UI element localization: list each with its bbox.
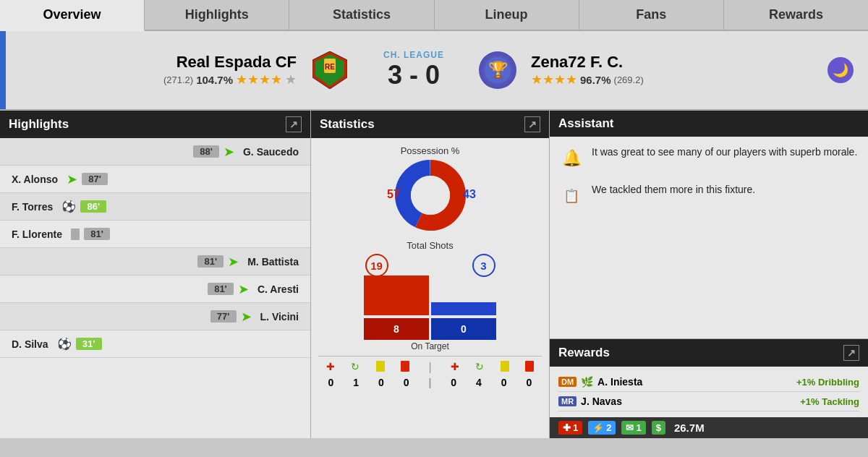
statistics-title: Statistics [320,117,375,132]
highlight-row-8: D. Silva ⚽ 31' [0,330,310,358]
lightning-val: 2 [606,422,611,433]
assistant-msg-1: 🔔 It was great to see many of our player… [558,145,859,171]
shots-bar-away [431,302,496,315]
home-team-name: Real Espada CF [176,53,297,72]
tab-fans[interactable]: Fans [579,0,724,30]
home-yellow-card-icon [376,361,385,372]
on-target-bar-away: 0 [431,318,496,340]
tab-rewards[interactable]: Rewards [724,0,868,30]
dollar-icon: $ [656,422,661,433]
home-team: Real Espada CF (271.2) 104.7% ★★★★ ★ [14,53,297,87]
shots-bar-home [364,276,429,315]
home-val-2: 0 [378,377,384,388]
rewards-body: DM 🌿 A. Iniesta +1% Dribbling MR J. Nava… [550,367,868,417]
money-value: 26.7M [674,422,705,434]
player-vicini: L. Vicini [260,311,299,323]
dollar-badge: $ [652,421,665,435]
home-stars: ★★★★ [236,72,282,87]
nav-tabs: Overview Highlights Statistics Lineup Fa… [0,0,868,31]
away-medical-icon: ✚ [451,361,459,374]
morale-icon: 🔔 [558,145,584,171]
highlight-row-6: 81' ➤ C. Aresti [0,276,310,303]
match-header: Real Espada CF (271.2) 104.7% ★★★★ ★ RE … [0,31,868,111]
possession-label: Possession % [318,145,542,156]
player-battista: M. Battista [247,256,299,268]
possession-donut: 57 43 [373,159,488,231]
highlight-row-2: X. Alonso ➤ 87' [0,166,310,193]
away-sub-icon: ↻ [475,361,484,374]
home-red-card-icon [401,361,409,372]
sub-in-icon: ➤ [224,144,234,160]
assistant-msg-2: 📋 We tackled them more in this fixture. [558,183,859,209]
reward-row-2: MR J. Navas +1% Tackling [558,392,859,411]
shots-home-num: 19 [365,254,388,277]
tactics-icon: 📋 [558,183,584,209]
highlight-row-1: 88' ➤ G. Saucedo [0,138,310,166]
trophy-icon: 🏆 [484,56,511,84]
highlight-row-4: F. Llorente 81' [0,221,310,248]
coin-icon-1: 🌿 [581,376,593,388]
minute-81a: 81' [84,228,110,240]
reward-bonus-1: +1% Dribbling [796,377,859,388]
assistant-header: Assistant [550,111,868,137]
card-icon-llorente [71,228,80,240]
highlights-header: Highlights ↗ [0,111,310,138]
home-star-empty: ★ [285,72,297,87]
player-saucedo: G. Saucedo [243,146,299,158]
moon-button-area[interactable]: 🌙 [827,57,854,83]
stats-icon-row: ✚ ↻ | ✚ ↻ [318,361,542,374]
score-block: CH. LEAGUE 3 - 0 [363,50,464,90]
on-target-away-num: 0 [461,323,467,335]
total-shots-label: Total Shots [318,240,542,251]
possession-section: Possession % 57 43 [318,145,542,234]
highlights-panel: Highlights ↗ 88' ➤ G. Saucedo X. Alonso … [0,111,311,438]
espada-crest-icon: RE [312,51,347,89]
assistant-title: Assistant [558,116,614,131]
tab-statistics[interactable]: Statistics [289,0,434,30]
reward-player-2: MR J. Navas [558,396,622,407]
moon-icon[interactable]: 🌙 [827,57,854,83]
bottom-bar: ✚ 1 ⚡ 2 ✉ 1 $ 26.7M [550,417,868,438]
highlights-expand-icon[interactable]: ↗ [286,116,302,132]
tab-lineup[interactable]: Lineup [435,0,579,30]
away-val-0: 0 [451,377,456,388]
away-team-stats: ★★★★ 96.7% (269.2) [531,72,644,87]
away-rating-num: (269.2) [614,74,644,85]
player-alonso: X. Alonso [12,174,58,185]
competition-label: CH. LEAGUE [363,50,464,60]
msg-icon: ✉ [626,422,634,433]
player-llorente: F. Llorente [12,228,62,240]
cross-icon: ✚ [563,422,571,433]
sub-out-icon: ➤ [67,171,77,187]
statistics-panel: Statistics ↗ Possession % 57 43 [311,111,550,438]
rewards-panel: Rewards ↗ DM 🌿 A. Iniesta +1% Dribbling … [550,338,868,417]
rewards-title: Rewards [558,346,610,360]
away-yellow-card-icon [501,361,509,372]
away-val-3: 0 [527,377,532,388]
stats-icons-area: ✚ ↻ | ✚ ↻ 0 1 0 0 | 0 [318,356,542,388]
home-rating-pct: 104.7% [196,74,233,86]
svg-text:🏆: 🏆 [488,60,509,80]
ball-icon-silva: ⚽ [57,337,72,351]
pos-mr-badge: MR [558,396,576,406]
svg-point-8 [411,176,450,215]
lightning-badge: ⚡ 2 [588,421,616,435]
shots-section: Total Shots 19 3 [318,240,542,351]
tab-overview[interactable]: Overview [0,0,145,31]
tab-highlights[interactable]: Highlights [145,0,289,30]
sub-in-icon-4: ➤ [241,309,252,325]
on-target-label: On Target [318,341,542,351]
val-divider: | [428,377,431,388]
on-target-bar-home: 8 [364,318,429,340]
home-val-0: 0 [328,377,333,388]
shots-away-num: 3 [472,254,495,277]
rewards-expand-icon[interactable]: ↗ [843,345,859,361]
player-aresti: C. Aresti [258,283,299,295]
msg-badge: ✉ 1 [621,421,645,435]
svg-text:43: 43 [463,188,476,200]
on-target-bars: 8 0 [358,318,503,340]
minute-87: 87' [82,173,108,185]
sub-in-icon-2: ➤ [228,254,239,270]
home-badge: RE [311,51,349,89]
statistics-expand-icon[interactable]: ↗ [524,116,540,132]
